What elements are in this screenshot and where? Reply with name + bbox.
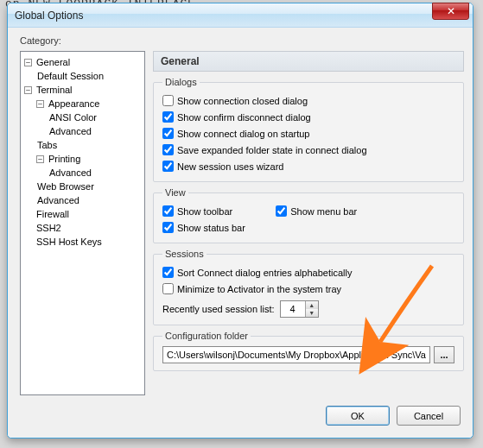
tree-item-advanced-terminal[interactable]: Advanced — [36, 195, 80, 205]
recent-spinner[interactable]: ▲ ▼ — [280, 300, 319, 318]
category-tree[interactable]: −General Default Session −Terminal −Appe… — [20, 51, 145, 395]
tree-item-appearance[interactable]: Appearance — [48, 98, 100, 109]
close-button[interactable]: ✕ — [432, 3, 469, 20]
tree-item-firewall[interactable]: Firewall — [35, 209, 70, 219]
chk-new-wizard-box[interactable] — [162, 161, 174, 172]
chk-sort-alpha[interactable]: Sort Connect dialog entries alphabetical… — [162, 264, 454, 281]
view-group: View Show toolbar Show menu bar Show sta… — [153, 187, 464, 243]
chk-save-expanded-box[interactable] — [162, 144, 174, 155]
chk-statusbar-label: Show status bar — [177, 223, 245, 233]
chk-sort-alpha-box[interactable] — [162, 267, 174, 278]
chk-show-startup-label: Show connect dialog on startup — [177, 129, 310, 139]
tree-toggle-terminal[interactable]: − — [24, 86, 32, 94]
tree-item-advanced-printing[interactable]: Advanced — [48, 167, 92, 178]
chk-menubar[interactable]: Show menu bar — [276, 203, 357, 219]
tree-toggle-printing[interactable]: − — [36, 155, 44, 163]
chk-sort-alpha-label: Sort Connect dialog entries alphabetical… — [177, 268, 352, 278]
category-label: Category: — [8, 28, 473, 51]
titlebar[interactable]: Global Options ✕ — [8, 3, 473, 28]
tree-item-web-browser[interactable]: Web Browser — [36, 181, 95, 192]
chk-menubar-label: Show menu bar — [290, 206, 357, 217]
chk-toolbar[interactable]: Show toolbar — [162, 203, 232, 219]
tree-item-terminal[interactable]: Terminal — [35, 85, 73, 95]
ok-button[interactable]: OK — [326, 406, 390, 426]
chk-save-expanded[interactable]: Save expanded folder state in connect di… — [162, 142, 454, 158]
tree-item-default-session[interactable]: Default Session — [36, 71, 105, 81]
settings-panel: General Dialogs Show connection closed d… — [153, 51, 464, 395]
chk-minimize[interactable]: Minimize to Activator in the system tray — [162, 281, 454, 297]
chk-toolbar-box[interactable] — [162, 205, 174, 217]
tree-item-ssh-host-keys[interactable]: SSH Host Keys — [35, 237, 103, 247]
recent-label: Recently used session list: — [162, 304, 275, 314]
chk-new-wizard[interactable]: New session uses wizard — [162, 158, 454, 174]
chk-show-closed[interactable]: Show connection closed dialog — [162, 92, 454, 109]
view-legend: View — [162, 187, 188, 198]
chk-show-startup[interactable]: Show connect dialog on startup — [162, 125, 454, 142]
chk-show-closed-box[interactable] — [162, 95, 174, 106]
dialogs-group: Dialogs Show connection closed dialog Sh… — [153, 77, 464, 182]
chk-statusbar-box[interactable] — [162, 222, 174, 233]
close-icon: ✕ — [447, 5, 455, 17]
dialog-button-row: OK Cancel — [8, 402, 473, 438]
tree-toggle-appearance[interactable]: − — [36, 100, 44, 108]
tree-item-advanced-appearance[interactable]: Advanced — [48, 126, 92, 136]
tree-item-tabs[interactable]: Tabs — [36, 140, 58, 150]
tree-item-ssh2[interactable]: SSH2 — [35, 223, 62, 233]
chk-show-disconnect-box[interactable] — [162, 111, 174, 123]
chk-show-disconnect[interactable]: Show confirm disconnect dialog — [162, 109, 454, 125]
dialogs-legend: Dialogs — [162, 77, 200, 87]
tree-toggle-general[interactable]: − — [24, 59, 32, 66]
cancel-button[interactable]: Cancel — [397, 406, 461, 426]
chk-show-startup-box[interactable] — [162, 128, 174, 139]
chk-show-closed-label: Show connection closed dialog — [177, 96, 308, 106]
tree-item-ansi-color[interactable]: ANSI Color — [48, 112, 98, 123]
chk-statusbar[interactable]: Show status bar — [162, 219, 454, 236]
dialog-content: Category: −General Default Session −Term… — [8, 28, 473, 438]
spinner-up-icon[interactable]: ▲ — [306, 301, 318, 309]
chk-show-disconnect-label: Show confirm disconnect dialog — [177, 112, 311, 123]
config-folder-group: Configuration folder ... — [153, 331, 464, 371]
chk-minimize-label: Minimize to Activator in the system tray — [177, 284, 341, 294]
chk-minimize-box[interactable] — [162, 283, 174, 294]
chk-toolbar-label: Show toolbar — [177, 206, 232, 217]
sessions-group: Sessions Sort Connect dialog entries alp… — [153, 249, 464, 325]
chk-menubar-box[interactable] — [276, 205, 287, 217]
chk-save-expanded-label: Save expanded folder state in connect di… — [177, 145, 367, 155]
global-options-dialog: Global Options ✕ Category: −General Defa… — [7, 3, 473, 439]
browse-button[interactable]: ... — [434, 346, 454, 363]
panel-header: General — [153, 51, 464, 72]
config-path-input[interactable] — [162, 346, 430, 363]
window-title: Global Options — [15, 9, 83, 22]
tree-item-printing[interactable]: Printing — [48, 154, 81, 164]
sessions-legend: Sessions — [162, 249, 207, 259]
spinner-down-icon[interactable]: ▼ — [306, 309, 318, 317]
tree-item-general[interactable]: General — [35, 57, 71, 67]
chk-new-wizard-label: New session uses wizard — [177, 161, 284, 172]
recent-value-input[interactable] — [281, 301, 305, 317]
config-legend: Configuration folder — [162, 331, 251, 341]
